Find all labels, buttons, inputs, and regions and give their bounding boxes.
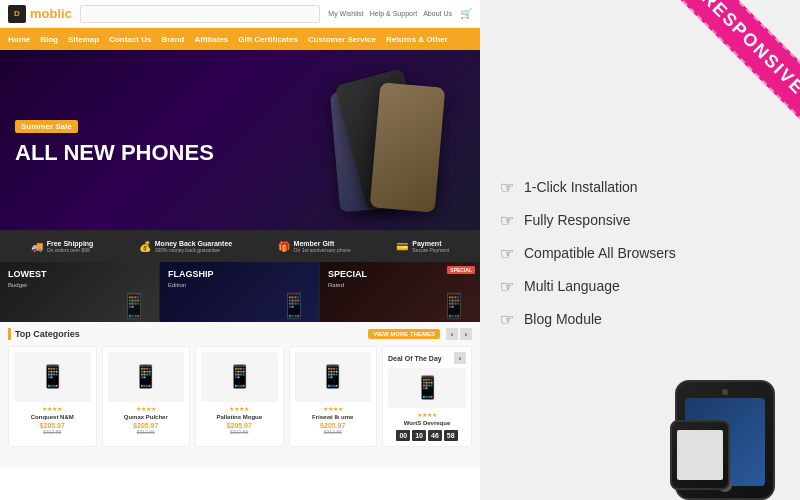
payment-sub: Secure Payment (412, 247, 449, 253)
feature-item: ☞ Fully Responsive (500, 211, 780, 230)
wishlist-link[interactable]: My Wishlist (328, 10, 363, 17)
feature-item: ☞ Compatible All Browsers (500, 244, 780, 263)
section-header: Top Categories VIEW MORE THEMES ‹ › (8, 328, 472, 340)
product-old-price: $312.86 (14, 429, 91, 435)
product-card[interactable]: 📱 ★★★★ Pallatins Mogue $205.97 $312.86 (195, 346, 284, 447)
money-icon: 💰 (139, 241, 151, 252)
money-title: Money Back Guarantee (155, 240, 232, 247)
product-stars: ★★★★ (295, 405, 372, 412)
nav-sitemap[interactable]: Sitemap (68, 35, 99, 44)
timer-mins: 10 (412, 430, 426, 441)
phone-2 (370, 82, 446, 212)
cat-special-label: SPECIALRated (328, 270, 367, 290)
product-image: 📱 (108, 352, 185, 402)
product-stars: ★★★★ (14, 405, 91, 412)
product-price: $205.97 (14, 422, 91, 429)
product-old-price: $312.86 (108, 429, 185, 435)
nav-brand[interactable]: Brand (161, 35, 184, 44)
logo-icon: D (8, 5, 26, 23)
benefit-payment: 💳 Payment Secure Payment (396, 240, 449, 253)
cart-icon[interactable]: 🛒 (460, 8, 472, 19)
feature-icon-4: ☞ (500, 277, 514, 296)
cat-lowest[interactable]: LOWESTBudget 📱 (0, 262, 160, 322)
view-all-button[interactable]: VIEW MORE THEMES (368, 329, 440, 339)
payment-icon: 💳 (396, 241, 408, 252)
next-arrow[interactable]: › (460, 328, 472, 340)
nav-arrows: ‹ › (446, 328, 472, 340)
products-grid: 📱 ★★★★ Conquest N&M $205.97 $312.86 📱 ★★… (8, 346, 472, 447)
feature-icon-5: ☞ (500, 310, 514, 329)
payment-title: Payment (412, 240, 449, 247)
info-panel: RESPONSIVE ☞ 1-Click Installation ☞ Full… (480, 0, 800, 500)
deal-image: 📱 (388, 368, 466, 408)
nav-returns[interactable]: Returns & Other (386, 35, 448, 44)
cat-special-badge: SPECIAL (447, 266, 475, 274)
search-input[interactable] (80, 5, 320, 23)
product-image: 📱 (14, 352, 91, 402)
cat-lowest-phone: 📱 (119, 292, 149, 320)
cat-lowest-sub: Budget (8, 282, 27, 288)
cat-flagship[interactable]: FLAGSHIPEdition 📱 (160, 262, 320, 322)
deal-stars: ★★★★ (388, 411, 466, 418)
deal-name: WortS Devreque (388, 420, 466, 426)
deal-timer: 00 10 46 58 (388, 430, 466, 441)
deal-title: Deal Of The Day (388, 355, 442, 362)
nav-affiliates[interactable]: Affiliates (195, 35, 229, 44)
shipping-title: Free Shipping (47, 240, 94, 247)
deal-header: Deal Of The Day › (388, 352, 466, 364)
nav-gift[interactable]: Gift Certificates (238, 35, 298, 44)
hero-title: ALL NEW PHONES (15, 141, 214, 165)
shipping-sub: On orders over $99 (47, 247, 94, 253)
hero-text: Summer Sale ALL NEW PHONES (15, 115, 214, 165)
product-card[interactable]: 📱 ★★★★ Frisewi Ik ume $205.97 $312.86 (289, 346, 378, 447)
timer-ms: 58 (444, 430, 458, 441)
feature-icon-2: ☞ (500, 211, 514, 230)
benefit-money-text: Money Back Guarantee 100% money back gua… (155, 240, 232, 253)
logo-word: moblic (30, 6, 72, 21)
feature-label-3: Compatible All Browsers (524, 245, 676, 261)
summer-sale-badge: Summer Sale (15, 120, 78, 133)
cat-special-phone: 📱 (439, 292, 469, 320)
feature-label-4: Multi Language (524, 278, 620, 294)
nav-home[interactable]: Home (8, 35, 30, 44)
product-price: $205.97 (295, 422, 372, 429)
gift-icon: 🎁 (278, 241, 290, 252)
benefit-gift-text: Member Gift On 1st anniversary phone (294, 240, 351, 253)
product-old-price: $312.86 (295, 429, 372, 435)
product-stars: ★★★★ (201, 405, 278, 412)
nav-bar: Home Blog Sitemap Contact Us Brand Affil… (0, 28, 480, 50)
feature-icon-1: ☞ (500, 178, 514, 197)
nav-contact[interactable]: Contact Us (109, 35, 151, 44)
prev-arrow[interactable]: ‹ (446, 328, 458, 340)
feature-icon-3: ☞ (500, 244, 514, 263)
category-grid: LOWESTBudget 📱 FLAGSHIPEdition 📱 SPECIAL… (0, 262, 480, 322)
benefit-payment-text: Payment Secure Payment (412, 240, 449, 253)
hero-banner: Summer Sale ALL NEW PHONES (0, 50, 480, 230)
help-link[interactable]: Help & Support (370, 10, 417, 17)
deal-card[interactable]: Deal Of The Day › 📱 ★★★★ WortS Devreque … (382, 346, 472, 447)
product-stars: ★★★★ (108, 405, 185, 412)
website-preview: D moblic My Wishlist Help & Support Abou… (0, 0, 480, 500)
feature-item: ☞ Blog Module (500, 310, 780, 329)
logo: D moblic (8, 5, 72, 23)
benefits-bar: 🚚 Free Shipping On orders over $99 💰 Mon… (0, 230, 480, 262)
product-card[interactable]: 📱 ★★★★ Qumax Pulcher $205.97 $312.86 (102, 346, 191, 447)
top-links: My Wishlist Help & Support About Us (328, 10, 452, 17)
benefit-money: 💰 Money Back Guarantee 100% money back g… (139, 240, 232, 253)
feature-item: ☞ Multi Language (500, 277, 780, 296)
product-old-price: $312.86 (201, 429, 278, 435)
deal-arrow[interactable]: › (454, 352, 466, 364)
ribbon-text: RESPONSIVE (668, 0, 800, 129)
benefit-shipping: 🚚 Free Shipping On orders over $99 (31, 240, 94, 253)
nav-blog[interactable]: Blog (40, 35, 58, 44)
hero-phone-display (300, 60, 460, 230)
top-bar: D moblic My Wishlist Help & Support Abou… (0, 0, 480, 28)
product-name: Conquest N&M (14, 414, 91, 420)
nav-customer[interactable]: Customer Service (308, 35, 376, 44)
cat-flagship-sub: Edition (168, 282, 186, 288)
cat-special[interactable]: SPECIAL SPECIALRated 📱 (320, 262, 480, 322)
product-name: Pallatins Mogue (201, 414, 278, 420)
logo-text: moblic (30, 6, 72, 21)
product-card[interactable]: 📱 ★★★★ Conquest N&M $205.97 $312.86 (8, 346, 97, 447)
about-link[interactable]: About Us (423, 10, 452, 17)
